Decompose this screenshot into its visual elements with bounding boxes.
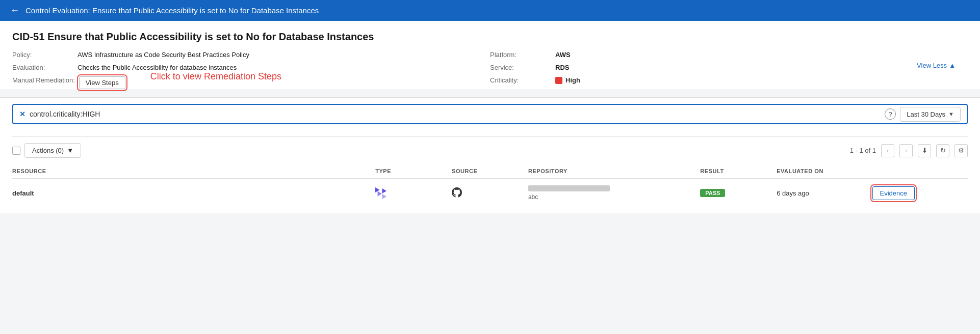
- refresh-button[interactable]: ↻: [936, 144, 949, 157]
- evaluation-label: Evaluation:: [12, 64, 73, 71]
- result-badge: PASS: [700, 189, 725, 197]
- select-all-checkbox[interactable]: [12, 147, 20, 155]
- col-header-result: Result: [700, 164, 777, 179]
- cell-source: [452, 179, 528, 207]
- policy-row: Policy: AWS Infrastructure as Code Secur…: [12, 51, 490, 59]
- view-less-button[interactable]: View Less ▲: [917, 62, 956, 69]
- service-value: RDS: [555, 64, 569, 71]
- download-icon: ⬇: [922, 147, 927, 154]
- page-title: CID-51 Ensure that Public Accessibility …: [12, 31, 968, 43]
- refresh-icon: ↻: [940, 147, 946, 154]
- callout-remediation-text: Click to view Remediation Steps: [150, 71, 281, 82]
- back-button[interactable]: ←: [10, 5, 19, 16]
- col-header-repository: Repository: [528, 164, 700, 179]
- service-row: Service: RDS: [490, 64, 968, 71]
- next-page-button[interactable]: ›: [899, 144, 913, 157]
- section-divider: [12, 136, 968, 137]
- search-filter-text: control.criticality:HIGH: [30, 110, 885, 118]
- download-button[interactable]: ⬇: [918, 144, 931, 157]
- chevron-down-icon: ▼: [948, 111, 954, 117]
- main-content-area: CID-51 Ensure that Public Accessibility …: [0, 21, 980, 89]
- help-icon[interactable]: ?: [885, 108, 896, 120]
- table-row: default: [12, 179, 968, 207]
- chevron-up-icon: ▲: [949, 62, 956, 69]
- search-right: ? Last 30 Days ▼: [885, 107, 961, 122]
- table-toolbar: Actions (0) ▼ 1 - 1 of 1 ‹ › ⬇ ↻ ⚙: [12, 143, 968, 158]
- cell-action: Evidence Click to view details: [872, 179, 968, 207]
- actions-chevron-icon: ▼: [67, 147, 73, 154]
- table-section: Actions (0) ▼ 1 - 1 of 1 ‹ › ⬇ ↻ ⚙: [0, 130, 980, 213]
- view-steps-button[interactable]: View Steps: [79, 76, 125, 89]
- toolbar-right: 1 - 1 of 1 ‹ › ⬇ ↻ ⚙: [850, 144, 968, 157]
- cell-evaluated-on: 6 days ago: [777, 179, 872, 207]
- table-header-row: Resource Type Source Repository Result E…: [12, 164, 968, 179]
- cell-resource: default: [12, 179, 375, 207]
- svg-marker-1: [375, 187, 380, 192]
- policy-label: Policy:: [12, 51, 73, 59]
- callout-container: View Steps Click to view Remediation Ste…: [79, 76, 125, 89]
- platform-label: Platform:: [490, 51, 551, 59]
- svg-marker-2: [382, 194, 387, 199]
- info-right: Platform: AWS Service: RDS Criticality: …: [490, 51, 968, 89]
- criticality-row: Criticality: High: [490, 76, 968, 84]
- platform-row: Platform: AWS: [490, 51, 968, 59]
- service-label: Service:: [490, 64, 551, 71]
- platform-value: AWS: [555, 51, 571, 59]
- data-table: Resource Type Source Repository Result E…: [12, 164, 968, 207]
- prev-page-icon: ‹: [887, 147, 889, 154]
- repo-name: abc: [528, 193, 694, 201]
- policy-value: AWS Infrastructure as Code Security Best…: [78, 51, 249, 59]
- info-left: Policy: AWS Infrastructure as Code Secur…: [12, 51, 490, 89]
- repo-bar: [528, 185, 610, 191]
- criticality-value: High: [555, 76, 580, 84]
- manual-remediation-row: Manual Remediation: View Steps Click to …: [12, 76, 490, 89]
- pagination-info: 1 - 1 of 1: [850, 147, 876, 154]
- svg-marker-3: [378, 191, 382, 196]
- resource-name: default: [12, 189, 34, 197]
- evaluation-row: Evaluation: Checks the Public Accessibil…: [12, 64, 490, 71]
- search-bar-section: ✕ control.criticality:HIGH ? Last 30 Day…: [0, 97, 980, 130]
- title-row: CID-51 Ensure that Public Accessibility …: [12, 31, 968, 43]
- toolbar-left: Actions (0) ▼: [12, 143, 81, 158]
- table-body: default: [12, 179, 968, 207]
- next-page-icon: ›: [905, 147, 907, 154]
- cell-repository: abc: [528, 179, 700, 207]
- terraform-icon: [375, 186, 386, 199]
- info-grid: Policy: AWS Infrastructure as Code Secur…: [12, 51, 968, 89]
- cell-type: [375, 179, 452, 207]
- header-bar: ← Control Evaluation: Ensure that Public…: [0, 0, 980, 21]
- evidence-button[interactable]: Evidence: [872, 186, 915, 200]
- clear-filter-icon[interactable]: ✕: [19, 110, 25, 118]
- settings-icon: ⚙: [958, 147, 964, 154]
- criticality-label: Criticality:: [490, 76, 551, 84]
- actions-dropdown-button[interactable]: Actions (0) ▼: [24, 143, 81, 158]
- col-header-evaluated-on: Evaluated On: [777, 164, 872, 179]
- criticality-color-indicator: [555, 77, 562, 84]
- prev-page-button[interactable]: ‹: [881, 144, 894, 157]
- svg-marker-0: [382, 188, 387, 193]
- github-icon: [452, 187, 462, 198]
- evaluation-value: Checks the Public Accessibility for data…: [78, 64, 237, 71]
- col-header-type: Type: [375, 164, 452, 179]
- col-header-resource: Resource: [12, 164, 375, 179]
- settings-button[interactable]: ⚙: [955, 144, 968, 157]
- col-header-source: Source: [452, 164, 528, 179]
- date-filter-dropdown[interactable]: Last 30 Days ▼: [900, 107, 961, 122]
- header-title: Control Evaluation: Ensure that Public A…: [25, 6, 319, 15]
- cell-result: PASS: [700, 179, 777, 207]
- manual-remediation-label: Manual Remediation:: [12, 76, 75, 84]
- search-bar-inner: ✕ control.criticality:HIGH: [19, 110, 885, 118]
- table-header: Resource Type Source Repository Result E…: [12, 164, 968, 179]
- col-header-action: [872, 164, 968, 179]
- search-bar: ✕ control.criticality:HIGH ? Last 30 Day…: [12, 104, 968, 124]
